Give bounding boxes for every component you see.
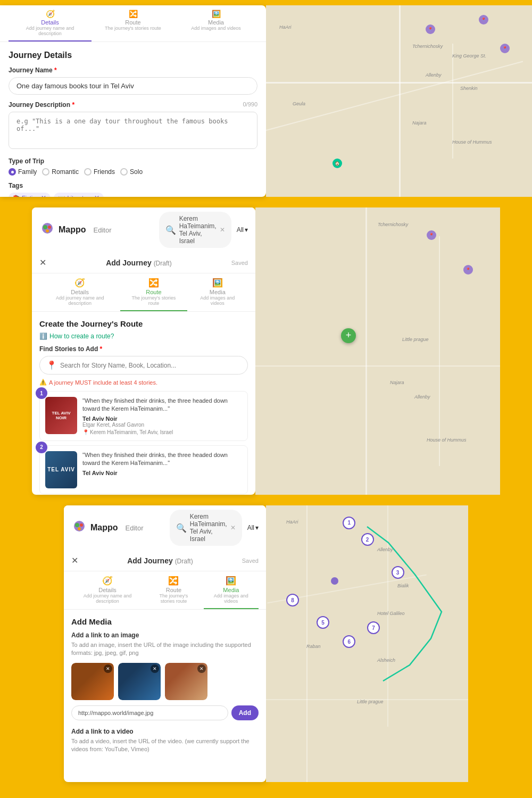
map-pin-3: 📍 (500, 44, 510, 53)
route-title: Create the Journey's Route (39, 319, 248, 328)
image-url-input[interactable] (71, 705, 228, 720)
map-label-8: Shenkin (460, 86, 478, 91)
tab-route-sub-1: The journey's stories route (98, 26, 168, 31)
saved-label-2: Saved (231, 260, 248, 266)
img-delete-2[interactable]: ✕ (151, 664, 159, 673)
story-img-2: TEL AVIV (45, 451, 77, 488)
map3: HaAri Allenby Raban Alsheich Hotel Galil… (266, 505, 468, 782)
story-quote-2: "When they finished their drinks, the th… (82, 451, 242, 468)
map-label-2-2: Little prague (402, 337, 429, 342)
story-num-1: 1 (36, 387, 47, 399)
map-bg-3: HaAri Allenby Raban Alsheich Hotel Galil… (266, 505, 468, 782)
svg-point-1 (43, 225, 47, 229)
journey-name-input[interactable] (9, 77, 257, 95)
logo-2: Mappo (39, 222, 86, 238)
location-icon-2: 📍 (46, 360, 57, 370)
tab-route-1[interactable]: 🔀 Route The journey's stories route (92, 10, 174, 41)
media-title: Add Media (71, 617, 259, 626)
journey-description-textarea[interactable] (9, 112, 257, 149)
section2-route: Mappo Editor 🔍 Kerem HaTeimanim, Tel Avi… (0, 202, 532, 500)
story-info-2: "When they finished their drinks, the th… (82, 451, 242, 488)
svg-point-5 (75, 523, 79, 527)
map-label-4: Geula (293, 101, 305, 106)
close-modal-button-2[interactable]: ✕ (39, 257, 46, 268)
image-desc: To add an image, insert the URL of the i… (71, 641, 259, 658)
map-add-button-2[interactable]: + (341, 328, 356, 343)
close-modal-button-3[interactable]: ✕ (71, 555, 78, 566)
map-pin2-1: 📍 (427, 230, 436, 240)
route-pin-5: 5 (317, 616, 329, 629)
tab-details-1[interactable]: 🧭 Details Add journey name and descripti… (9, 10, 92, 41)
map-pin-hummus: 🏠 (332, 159, 342, 168)
tab-media-1[interactable]: 🖼️ Media Add images and videos (174, 10, 257, 41)
media-content: Add Media Add a link to an image To add … (64, 610, 266, 763)
modal-header-2: ✕ Add Journey (Draft) Saved (32, 252, 255, 273)
map-pin2-2: 📍 (463, 265, 473, 275)
map-label-2-5: House of Hummus (427, 437, 467, 443)
map-pin-1: 📍 (426, 24, 435, 34)
panel1: 🧭 Details Add journey name and descripti… (0, 5, 266, 197)
clear-search-icon-3[interactable]: ✕ (230, 524, 236, 531)
map-pin-2: 📍 (479, 15, 488, 24)
tags-label: Tags (9, 182, 257, 189)
modal-header-3: ✕ Add Journey (Draft) Saved (64, 550, 266, 571)
search-icon-2: 🔍 (165, 225, 176, 235)
map-search-bar-2[interactable]: 🔍 Kerem HaTeimanim, Tel Aviv, Israel ✕ (159, 212, 231, 248)
all-button-2[interactable]: All ▾ (237, 226, 248, 234)
trip-type-label: Type of Trip (9, 157, 257, 165)
radio-solo[interactable]: Solo (120, 168, 143, 176)
clear-search-icon-2[interactable]: ✕ (220, 226, 225, 234)
radio-dot-family (9, 168, 16, 176)
tab-route-label-1: Route (98, 19, 168, 26)
how-to-link[interactable]: ℹ️ How to create a route? (39, 332, 248, 340)
search-story-input[interactable]: 📍 (39, 356, 248, 375)
tab3-route[interactable]: 🔀 Route The journey's stories route (144, 576, 204, 609)
tag-literature-remove[interactable]: ✕ (94, 194, 99, 197)
editor-label-3: Editor (126, 524, 144, 532)
svg-point-7 (78, 527, 81, 530)
panel3: Mappo Editor 🔍 Kerem HaTeimanim, Tel Avi… (64, 505, 266, 782)
map-bg-1: HaAri Tchernichosky Allenby Geula Najara… (266, 5, 532, 197)
img-thumb-3: ✕ (165, 663, 207, 700)
tab2-details[interactable]: 🧭 Details Add journey name and descripti… (39, 278, 120, 311)
add-image-button[interactable]: Add (231, 705, 259, 720)
mappo-name-2: Mappo (59, 225, 86, 235)
img-thumb-2: ✕ (118, 663, 161, 700)
route-icon-1: 🔀 (98, 10, 168, 18)
all-button-3[interactable]: All ▾ (247, 524, 259, 531)
url-input-row: Add (71, 705, 259, 720)
radio-family[interactable]: Family (9, 168, 37, 176)
draft-badge-2: (Draft) (154, 260, 172, 267)
tags-row: 📚 Fiction ✕ 📖 Literature ✕ (9, 193, 257, 197)
radio-friends[interactable]: Friends (84, 168, 115, 176)
saved-label-3: Saved (242, 558, 259, 564)
journey-details-content: Journey Details Journey Name * Journey D… (0, 42, 266, 197)
tab-details-sub-1: Add journey name and description (15, 26, 85, 36)
radio-romantic[interactable]: Romantic (42, 168, 79, 176)
tab2-route[interactable]: 🔀 Route The journey's stories route (120, 278, 187, 311)
img-delete-1[interactable]: ✕ (104, 664, 112, 673)
tab2-media[interactable]: 🖼️ Media Add images and videos (187, 278, 248, 311)
trip-type-row: Family Romantic Friends Solo (9, 168, 257, 176)
details-icon-1: 🧭 (15, 10, 85, 18)
story-card-1: 1 TEL AVIV NOIR "When they finished thei… (39, 391, 248, 441)
img-delete-3[interactable]: ✕ (197, 664, 206, 673)
map-search-bar-3[interactable]: 🔍 Kerem HaTeimanim, Tel Aviv, Israel ✕ (170, 510, 242, 546)
story-book-1: Tel Aviv Noir (82, 415, 242, 422)
video-desc: To add a video, insert the URL of the vi… (71, 737, 259, 754)
mappo-logo-icon-2 (39, 222, 55, 238)
tab3-media[interactable]: 🖼️ Media Add images and videos (204, 576, 259, 609)
tab3-details[interactable]: 🧭 Details Add journey name and descripti… (71, 576, 144, 609)
current-location-dot (331, 577, 338, 585)
journey-details-title: Journey Details (9, 51, 257, 60)
panel2: Mappo Editor 🔍 Kerem HaTeimanim, Tel Avi… (32, 207, 255, 495)
tab-media-sub-1: Add images and videos (181, 26, 251, 31)
story-search-field[interactable] (60, 362, 241, 369)
map-label-6: House of Hummus (452, 139, 492, 145)
images-row: ✕ ✕ ✕ (71, 663, 259, 700)
modal-title-2: Add Journey (Draft) (106, 259, 171, 267)
tag-fiction-remove[interactable]: ✕ (41, 194, 46, 197)
char-count: 0/990 (243, 101, 257, 107)
media-icon-1: 🖼️ (181, 10, 251, 18)
map-label-2: Tchernichosky (412, 44, 443, 49)
